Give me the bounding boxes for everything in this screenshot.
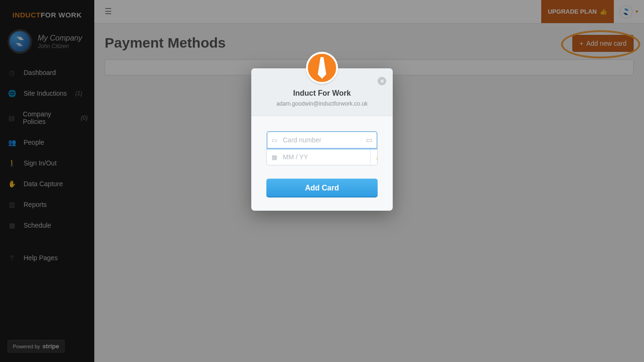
cvc-wrap: 🔒	[370, 149, 378, 165]
card-input-group: ▭ ▭ ▦ 🔒	[266, 131, 378, 165]
card-bottom-row: ▦ 🔒	[267, 148, 377, 165]
calendar-icon: ▦	[272, 154, 279, 161]
add-card-submit-button[interactable]: Add Card	[266, 179, 378, 197]
modal-email: adam.goodwin@inductforwork.co.uk	[261, 100, 383, 107]
modal-body: ▭ ▭ ▦ 🔒 Add Card	[251, 116, 393, 211]
close-icon[interactable]: ✕	[378, 77, 386, 85]
expiry-input[interactable]	[283, 153, 365, 161]
modal-title: Induct For Work	[261, 89, 383, 98]
card-number-row: ▭ ▭	[267, 132, 377, 148]
scan-card-icon[interactable]: ▭	[366, 136, 372, 144]
card-icon: ▭	[272, 137, 279, 144]
add-card-modal: ✕ Induct For Work adam.goodwin@inductfor…	[251, 68, 393, 211]
expiry-wrap: ▦	[267, 149, 370, 165]
card-number-input[interactable]	[283, 136, 366, 144]
modal-logo	[306, 52, 338, 84]
tie-icon	[317, 57, 327, 79]
lock-icon: 🔒	[375, 154, 378, 161]
